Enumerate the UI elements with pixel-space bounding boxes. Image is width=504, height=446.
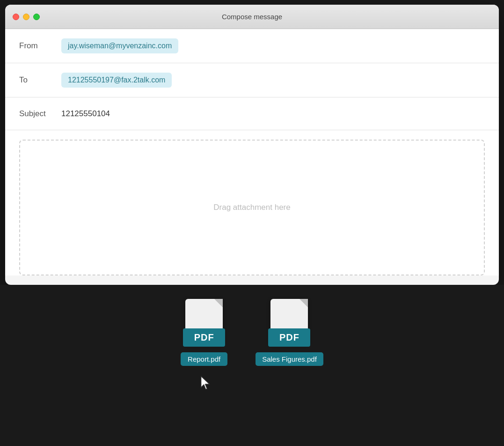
to-row: To 12125550197@fax.2talk.com [5, 63, 499, 97]
file-label-sales: Sales Figures.pdf [256, 352, 323, 366]
to-value[interactable]: 12125550197@fax.2talk.com [61, 73, 172, 88]
file-label-report: Report.pdf [181, 352, 227, 366]
file-item-sales[interactable]: PDF Sales Figures.pdf [256, 299, 323, 366]
from-value[interactable]: jay.wiseman@myvenzainc.com [61, 38, 178, 53]
compose-body: From jay.wiseman@myvenzainc.com To 12125… [5, 29, 499, 275]
attachment-placeholder-text: Drag attachment here [213, 203, 290, 212]
titlebar: Compose message [5, 5, 499, 29]
window-title: Compose message [222, 13, 282, 21]
from-label: From [19, 41, 61, 51]
maximize-button[interactable] [33, 14, 40, 20]
desktop-area: PDF Report.pdf PDF Sales Figures.pdf [0, 285, 504, 446]
file-icon-sales: PDF [268, 299, 310, 350]
minimize-button[interactable] [23, 14, 29, 20]
to-label: To [19, 75, 61, 85]
file-badge-report: PDF [183, 328, 225, 347]
subject-value: 12125550104 [61, 109, 110, 119]
traffic-lights [13, 14, 40, 20]
file-icon-report: PDF [183, 299, 225, 350]
file-item-report[interactable]: PDF Report.pdf [181, 299, 227, 366]
compose-window: Compose message From jay.wiseman@myvenza… [5, 5, 499, 285]
file-badge-sales: PDF [268, 328, 310, 347]
subject-row: Subject 12125550104 [5, 97, 499, 130]
close-button[interactable] [13, 14, 19, 20]
subject-label: Subject [19, 109, 61, 119]
attachment-dropzone[interactable]: Drag attachment here [19, 140, 485, 275]
mouse-cursor [200, 375, 213, 394]
from-row: From jay.wiseman@myvenzainc.com [5, 29, 499, 63]
